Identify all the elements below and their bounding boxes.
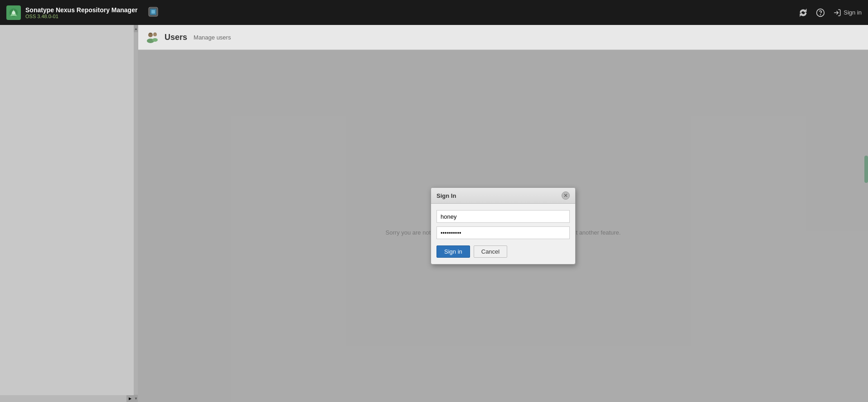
navbar-right: Sign in — [799, 8, 862, 17]
sidebar-scroll-up[interactable]: ▲ — [134, 25, 138, 32]
content-body: e as you are not logged in Sorry you are… — [138, 50, 868, 402]
users-icon — [145, 30, 160, 44]
main-layout: ▲ ▼ ▶ Users Manage us — [0, 25, 868, 402]
signin-dialog-footer: Sign in Cancel — [431, 245, 575, 264]
svg-point-7 — [820, 14, 821, 15]
signin-submit-button[interactable]: Sign in — [436, 245, 470, 258]
sidebar-scrollbar: ▲ ▼ — [134, 25, 138, 402]
page-title: Users — [165, 33, 187, 42]
content-area: Users Manage users e as you are not logg… — [138, 25, 868, 402]
help-icon[interactable] — [816, 8, 825, 17]
svg-point-12 — [152, 38, 158, 42]
sidebar-scroll-right[interactable]: ▶ — [126, 395, 134, 402]
svg-point-11 — [153, 33, 157, 36]
signin-dialog-body — [431, 204, 575, 245]
username-input[interactable] — [436, 210, 570, 223]
sidebar-bottom-scrollbar: ▶ — [0, 395, 134, 402]
app-title: Sonatype Nexus Repository Manager — [25, 6, 137, 14]
modal-overlay: Sign In ✕ Sign in Cancel — [138, 50, 868, 402]
page-header: Users Manage users — [138, 25, 868, 50]
signin-link[interactable]: Sign in — [833, 9, 862, 17]
signin-label: Sign in — [844, 9, 862, 16]
app-title-block: Sonatype Nexus Repository Manager OSS 3.… — [25, 6, 137, 19]
signin-dialog-close-button[interactable]: ✕ — [562, 191, 570, 200]
page-subtitle: Manage users — [194, 34, 231, 41]
cube-icon — [146, 5, 160, 20]
sidebar-scroll-down[interactable]: ▼ — [134, 395, 138, 402]
password-input[interactable] — [436, 226, 570, 239]
app-version: OSS 3.48.0-01 — [25, 14, 137, 19]
sidebar: ▲ ▼ ▶ — [0, 25, 138, 402]
signin-dialog-title: Sign In — [436, 192, 456, 199]
svg-point-2 — [12, 11, 15, 14]
signin-cancel-button[interactable]: Cancel — [474, 245, 507, 258]
svg-rect-5 — [151, 10, 155, 14]
brand: Sonatype Nexus Repository Manager OSS 3.… — [6, 5, 137, 20]
signin-dialog: Sign In ✕ Sign in Cancel — [431, 187, 576, 265]
signin-dialog-header: Sign In ✕ — [431, 188, 575, 204]
navbar: Sonatype Nexus Repository Manager OSS 3.… — [0, 0, 868, 25]
app-logo — [6, 5, 21, 20]
refresh-icon[interactable] — [799, 8, 808, 17]
